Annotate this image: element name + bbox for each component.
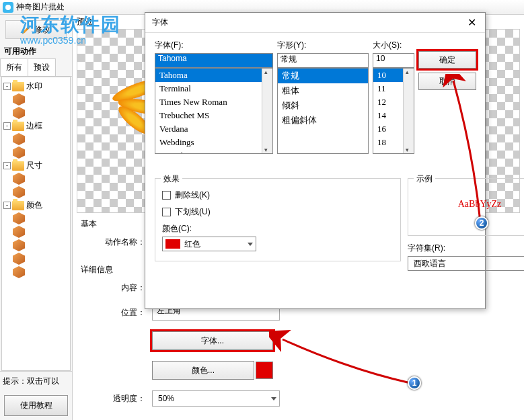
- font-input[interactable]: Tahoma: [155, 53, 273, 68]
- list-item[interactable]: Terminal: [155, 82, 272, 95]
- style-label: 字形(Y):: [277, 40, 369, 51]
- box-icon[interactable]: [13, 226, 25, 238]
- chevron-down-icon: [271, 397, 276, 401]
- sample-title: 示例: [414, 173, 435, 185]
- annotation-marker-1: 1: [408, 376, 421, 390]
- checkbox-icon: [162, 208, 171, 216]
- strikeout-checkbox[interactable]: 删除线(K): [162, 190, 263, 201]
- collapse-icon[interactable]: -: [3, 202, 11, 209]
- color-swatch[interactable]: [256, 362, 273, 379]
- list-item[interactable]: 倾斜: [278, 98, 368, 113]
- box-icon[interactable]: [13, 186, 25, 198]
- list-item[interactable]: Verdana: [155, 122, 272, 136]
- scrollbar[interactable]: [403, 69, 414, 153]
- modify-button[interactable]: 修改: [5, 20, 67, 39]
- font-button[interactable]: 字体...: [152, 331, 273, 350]
- font-dialog: 字体 ✕ 字体(F): Tahoma Tahoma Terminal Times…: [145, 12, 486, 309]
- box-icon[interactable]: [13, 93, 25, 106]
- tree-color[interactable]: - 颜色: [3, 199, 69, 212]
- list-item[interactable]: 常规: [278, 69, 368, 83]
- scrollbar[interactable]: [262, 69, 272, 153]
- list-item[interactable]: Webdings: [155, 136, 272, 149]
- tutorial-button[interactable]: 使用教程: [4, 395, 68, 416]
- box-icon[interactable]: [13, 253, 25, 265]
- effects-group: 效果 删除线(K) 下划线(U) 颜色(C): 红色: [155, 178, 401, 261]
- style-input[interactable]: 常规: [277, 53, 369, 68]
- tree-watermark[interactable]: - 水印: [3, 80, 69, 93]
- color-select[interactable]: 红色: [162, 237, 256, 251]
- sample-group: 示例 AaBbYyZz: [408, 178, 524, 236]
- app-title: 神奇图片批处: [16, 1, 65, 13]
- style-listbox[interactable]: 常规 粗体 倾斜 粗偏斜体: [277, 68, 369, 154]
- app-icon: [3, 2, 13, 13]
- size-column: 大小(S): 10 10 11 12 14 16 18 20: [373, 40, 414, 154]
- action-tree[interactable]: - 水印 - 边框 - 尺寸 - 颜色: [1, 77, 71, 371]
- dialog-title: 字体: [152, 17, 168, 28]
- effects-title: 效果: [161, 173, 182, 185]
- color-swatch-icon: [165, 239, 180, 249]
- folder-icon: [12, 82, 24, 91]
- tab-preset[interactable]: 预设: [28, 58, 56, 76]
- box-icon[interactable]: [13, 173, 25, 185]
- box-icon[interactable]: [13, 107, 25, 119]
- list-item[interactable]: Wingdings: [155, 149, 272, 154]
- size-input[interactable]: 10: [373, 53, 414, 68]
- box-icon[interactable]: [13, 266, 25, 278]
- font-column: 字体(F): Tahoma Tahoma Terminal Times New …: [155, 40, 273, 154]
- box-icon[interactable]: [13, 146, 25, 159]
- chevron-down-icon: [248, 243, 253, 246]
- opacity-select[interactable]: 50%: [152, 390, 280, 407]
- color-label: 颜色(C):: [162, 223, 263, 235]
- collapse-icon[interactable]: -: [3, 162, 11, 169]
- list-item[interactable]: Tahoma: [155, 69, 272, 82]
- modify-label: 修改: [34, 24, 50, 36]
- tree-size[interactable]: - 尺寸: [3, 159, 69, 172]
- collapse-icon[interactable]: -: [3, 122, 11, 130]
- ok-button[interactable]: 确定: [418, 51, 476, 69]
- box-icon[interactable]: [13, 239, 25, 251]
- size-listbox[interactable]: 10 11 12 14 16 18 20: [373, 68, 414, 154]
- box-icon[interactable]: [13, 212, 25, 224]
- charset-select[interactable]: 西欧语言: [408, 256, 524, 271]
- charset-label: 字符集(R):: [408, 243, 524, 254]
- font-listbox[interactable]: Tahoma Terminal Times New Roman Trebuche…: [155, 68, 273, 154]
- available-actions-label: 可用动作: [0, 44, 72, 58]
- box-icon[interactable]: [13, 133, 25, 145]
- tip-text: 提示：双击可以: [0, 371, 72, 391]
- list-item[interactable]: 粗体: [278, 83, 368, 98]
- font-label: 字体(F):: [155, 40, 273, 51]
- charset-area: 字符集(R): 西欧语言: [408, 243, 524, 271]
- list-item[interactable]: Trebuchet MS: [155, 109, 272, 122]
- left-panel: 修改 可用动作 所有 预设 - 水印 - 边框 -: [0, 15, 73, 420]
- tree-border[interactable]: - 边框: [3, 120, 69, 132]
- close-button[interactable]: ✕: [461, 15, 482, 31]
- folder-icon: [12, 122, 24, 131]
- cancel-button[interactable]: 取消: [418, 73, 476, 90]
- buttons-column: 确定 取消: [418, 40, 476, 154]
- action-name-label: 动作名称：: [105, 237, 145, 248]
- dialog-titlebar[interactable]: 字体 ✕: [145, 13, 485, 33]
- annotation-marker-2: 2: [475, 216, 488, 230]
- opacity-label: 透明度：: [105, 393, 145, 405]
- collapse-icon[interactable]: -: [3, 83, 11, 90]
- checkbox-icon: [162, 191, 171, 200]
- list-item[interactable]: Times New Roman: [155, 95, 272, 109]
- position-label: 位置：: [105, 307, 145, 319]
- tabs: 所有 预设: [0, 58, 72, 77]
- tab-all[interactable]: 所有: [0, 58, 28, 76]
- pencil-icon: [22, 25, 32, 34]
- underline-checkbox[interactable]: 下划线(U): [162, 206, 263, 218]
- folder-icon: [12, 161, 24, 171]
- content-label: 内容：: [105, 282, 145, 294]
- size-label: 大小(S):: [373, 40, 414, 51]
- color-button[interactable]: 颜色...: [152, 361, 254, 380]
- list-item[interactable]: 粗偏斜体: [278, 113, 368, 128]
- folder-icon: [12, 201, 24, 210]
- style-column: 字形(Y): 常规 常规 粗体 倾斜 粗偏斜体: [277, 40, 369, 154]
